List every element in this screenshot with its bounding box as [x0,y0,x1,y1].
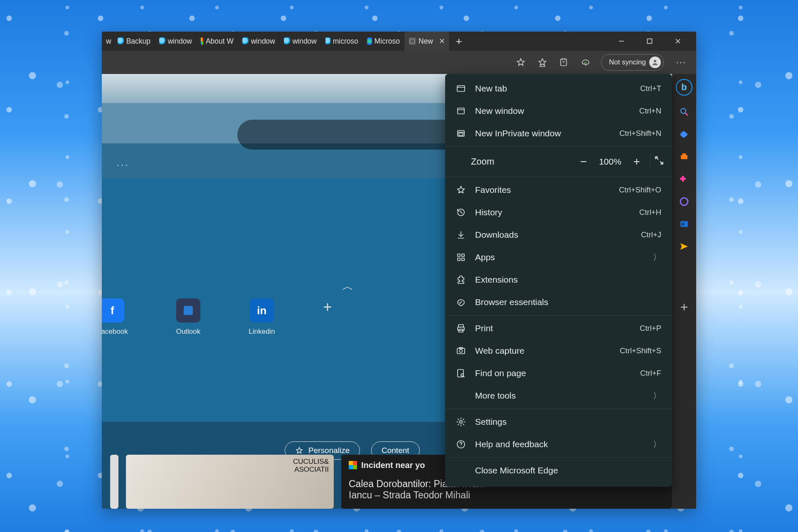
window-minimize-button[interactable] [607,32,635,51]
sidebar-shopping-icon[interactable] [678,128,690,140]
quicklink-outlook[interactable]: Outlook [176,298,201,336]
personalize-label: Personalize [308,446,350,455]
tab-favicon-icon [325,37,330,45]
svg-text:+: + [562,59,565,65]
menu-item-print[interactable]: PrintCtrl+P [445,317,672,340]
menu-item-new-inprivate-window[interactable]: New InPrivate windowCtrl+Shift+N [445,122,672,145]
menu-item-more-tools[interactable]: More tools〉 [445,384,672,407]
collapse-quicklinks-icon[interactable]: ︿ [342,278,354,294]
menu-item-label: Settings [475,417,661,427]
tab-title: Microso [374,37,400,46]
window-icon [456,106,466,116]
svg-rect-22 [457,86,465,91]
news-card-partial[interactable] [110,455,118,509]
svg-rect-40 [457,348,465,354]
tab-title: About W [206,37,234,46]
favorite-star-icon[interactable] [515,56,527,69]
quicklink-linkedin[interactable]: in Linkedin [249,298,275,336]
menu-item-label: Extensions [475,275,661,285]
menu-item-history[interactable]: HistoryCtrl+H [445,201,672,224]
sidebar-m365-icon[interactable] [678,195,690,208]
browser-tab[interactable]: window [280,32,321,51]
menu-item-web-capture[interactable]: Web captureCtrl+Shift+S [445,340,672,362]
sidebar-outlook-icon[interactable] [678,218,690,230]
collections-icon[interactable]: + [558,56,570,69]
sidebar-send-icon[interactable] [678,240,690,253]
menu-item-close-microsoft-edge[interactable]: Close Microsoft Edge [445,459,672,482]
menu-item-label: History [475,207,630,217]
zoom-out-button[interactable]: − [574,155,594,168]
menu-item-label: New InPrivate window [475,128,610,138]
svg-rect-15 [681,155,687,159]
tab-close-icon[interactable]: ✕ [439,37,445,46]
inprivate-icon [456,128,466,138]
svg-point-46 [460,421,462,423]
browser-tab[interactable]: window [155,32,197,51]
content-overflow-icon[interactable]: ··· [117,160,129,170]
fullscreen-button[interactable] [654,155,665,168]
windows-logo-icon [349,461,357,469]
ext-icon [456,275,466,285]
menu-item-browser-essentials[interactable]: Browser essentials [445,291,672,313]
menu-item-favorites[interactable]: FavoritesCtrl+Shift+O [445,179,672,201]
quicklink-facebook[interactable]: f Facebook [102,298,128,336]
sidebar-games-icon[interactable] [678,173,690,185]
news-card-ad[interactable]: CUCULIS& ASOCIATII [126,455,334,509]
settings-menu: New tabCtrl+TNew windowCtrl+NNew InPriva… [445,74,672,487]
sidebar-add-icon[interactable] [678,301,690,313]
menu-zoom-row: Zoom−100%+ [445,148,672,175]
svg-rect-36 [462,258,464,261]
menu-item-label: New tab [475,84,631,94]
menu-item-shortcut: Ctrl+F [640,369,661,378]
svg-rect-34 [462,254,464,256]
menu-item-downloads[interactable]: DownloadsCtrl+J [445,224,672,246]
window-maximize-button[interactable] [635,32,664,51]
menu-item-label: Close Microsoft Edge [475,466,661,475]
menu-item-label: Favorites [475,185,610,195]
browser-tab[interactable]: Backup [113,32,155,51]
menu-item-find-on-page[interactable]: Find on pageCtrl+F [445,362,672,384]
new-tab-button[interactable]: + [450,32,468,51]
star-icon [456,185,466,195]
bing-chat-icon[interactable]: b [676,79,692,96]
edge-browser-window: wBackupwindowAbout WwindowwindowmicrosoM… [102,32,696,509]
svg-point-19 [682,223,685,226]
profile-sync-pill[interactable]: Not syncing [601,54,664,71]
browser-essentials-icon[interactable] [579,56,592,69]
sidebar-search-icon[interactable] [678,106,690,118]
help-icon [456,439,466,449]
capture-icon [456,346,466,356]
menu-item-extensions[interactable]: Extensions [445,268,672,291]
menu-item-label: Web capture [475,346,611,356]
menu-item-settings[interactable]: Settings [445,411,672,433]
sidebar-tools-icon[interactable] [678,150,690,163]
menu-item-shortcut: Ctrl+Shift+S [620,346,661,355]
svg-rect-33 [458,254,460,256]
browser-tab[interactable]: microso [321,32,363,51]
window-close-button[interactable] [664,32,692,51]
menu-item-shortcut: Ctrl+Shift+O [619,185,661,195]
settings-more-button[interactable]: ··· [673,54,690,71]
browser-tab[interactable]: w [102,32,113,51]
browser-tab[interactable]: About W [197,32,238,51]
menu-item-new-window[interactable]: New windowCtrl+N [445,100,672,122]
ad-brand: CUCULIS& ASOCIATII [293,458,329,473]
svg-point-9 [654,60,656,62]
favorites-bar-icon[interactable] [536,56,549,69]
plus-icon: + [323,298,332,316]
menu-item-help-and-feedback[interactable]: Help and feedback〉 [445,433,672,456]
svg-line-14 [685,113,688,116]
menu-item-apps[interactable]: Apps〉 [445,246,672,268]
browser-tab[interactable]: Microso [363,32,404,51]
zoom-in-button[interactable]: + [627,155,647,168]
menu-item-shortcut: Ctrl+J [641,230,661,239]
browser-tab[interactable]: window [238,32,280,51]
browser-tab[interactable]: New✕ [404,32,450,51]
menu-item-label: More tools [475,391,644,401]
sync-status-label: Not syncing [609,58,646,66]
quicklink-tile-icon [176,298,200,323]
menu-item-new-tab[interactable]: New tabCtrl+T [445,77,672,100]
tab-title: Backup [126,37,150,46]
svg-rect-1 [648,39,652,44]
quicklink-add-button[interactable]: + [323,298,332,336]
